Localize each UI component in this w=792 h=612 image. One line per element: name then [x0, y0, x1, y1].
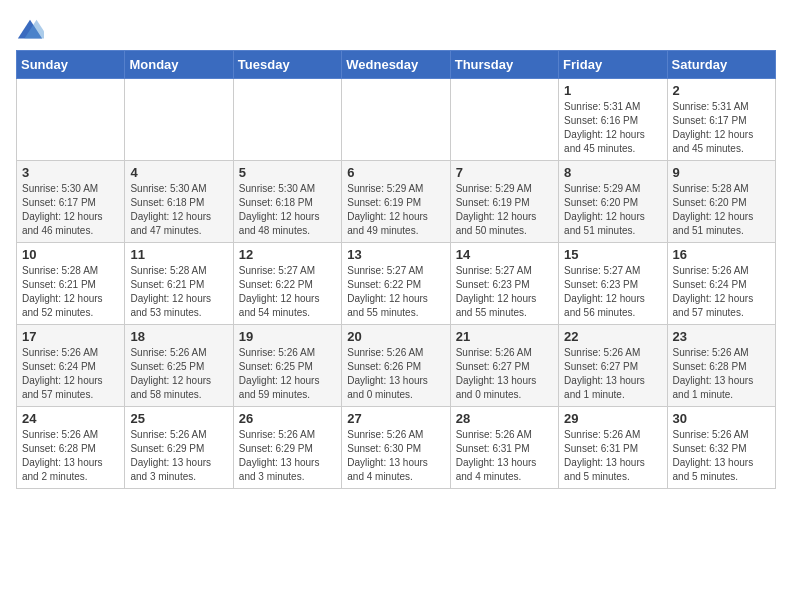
day-info: Sunrise: 5:26 AM Sunset: 6:31 PM Dayligh… [564, 428, 661, 484]
day-number: 28 [456, 411, 553, 426]
calendar-week-row: 3Sunrise: 5:30 AM Sunset: 6:17 PM Daylig… [17, 161, 776, 243]
calendar-cell: 16Sunrise: 5:26 AM Sunset: 6:24 PM Dayli… [667, 243, 775, 325]
day-number: 8 [564, 165, 661, 180]
day-info: Sunrise: 5:26 AM Sunset: 6:24 PM Dayligh… [22, 346, 119, 402]
day-info: Sunrise: 5:26 AM Sunset: 6:24 PM Dayligh… [673, 264, 770, 320]
calendar-cell [125, 79, 233, 161]
day-number: 27 [347, 411, 444, 426]
calendar-cell: 24Sunrise: 5:26 AM Sunset: 6:28 PM Dayli… [17, 407, 125, 489]
day-number: 24 [22, 411, 119, 426]
day-info: Sunrise: 5:27 AM Sunset: 6:23 PM Dayligh… [456, 264, 553, 320]
day-number: 6 [347, 165, 444, 180]
logo [16, 16, 48, 44]
day-number: 2 [673, 83, 770, 98]
day-number: 19 [239, 329, 336, 344]
weekday-header-wednesday: Wednesday [342, 51, 450, 79]
header [16, 16, 776, 44]
day-info: Sunrise: 5:28 AM Sunset: 6:21 PM Dayligh… [130, 264, 227, 320]
day-info: Sunrise: 5:29 AM Sunset: 6:19 PM Dayligh… [347, 182, 444, 238]
calendar-cell: 27Sunrise: 5:26 AM Sunset: 6:30 PM Dayli… [342, 407, 450, 489]
calendar-cell: 19Sunrise: 5:26 AM Sunset: 6:25 PM Dayli… [233, 325, 341, 407]
day-number: 17 [22, 329, 119, 344]
day-number: 25 [130, 411, 227, 426]
calendar-cell: 20Sunrise: 5:26 AM Sunset: 6:26 PM Dayli… [342, 325, 450, 407]
day-number: 10 [22, 247, 119, 262]
day-info: Sunrise: 5:26 AM Sunset: 6:29 PM Dayligh… [239, 428, 336, 484]
calendar-cell: 10Sunrise: 5:28 AM Sunset: 6:21 PM Dayli… [17, 243, 125, 325]
weekday-header-saturday: Saturday [667, 51, 775, 79]
calendar-cell: 14Sunrise: 5:27 AM Sunset: 6:23 PM Dayli… [450, 243, 558, 325]
calendar-week-row: 10Sunrise: 5:28 AM Sunset: 6:21 PM Dayli… [17, 243, 776, 325]
day-info: Sunrise: 5:30 AM Sunset: 6:18 PM Dayligh… [130, 182, 227, 238]
day-number: 15 [564, 247, 661, 262]
day-number: 23 [673, 329, 770, 344]
calendar-cell: 11Sunrise: 5:28 AM Sunset: 6:21 PM Dayli… [125, 243, 233, 325]
day-info: Sunrise: 5:26 AM Sunset: 6:26 PM Dayligh… [347, 346, 444, 402]
day-info: Sunrise: 5:27 AM Sunset: 6:22 PM Dayligh… [347, 264, 444, 320]
day-number: 3 [22, 165, 119, 180]
day-info: Sunrise: 5:26 AM Sunset: 6:30 PM Dayligh… [347, 428, 444, 484]
calendar-cell: 17Sunrise: 5:26 AM Sunset: 6:24 PM Dayli… [17, 325, 125, 407]
day-info: Sunrise: 5:26 AM Sunset: 6:31 PM Dayligh… [456, 428, 553, 484]
day-number: 14 [456, 247, 553, 262]
day-number: 11 [130, 247, 227, 262]
calendar-cell: 9Sunrise: 5:28 AM Sunset: 6:20 PM Daylig… [667, 161, 775, 243]
calendar-cell: 30Sunrise: 5:26 AM Sunset: 6:32 PM Dayli… [667, 407, 775, 489]
calendar-header: SundayMondayTuesdayWednesdayThursdayFrid… [17, 51, 776, 79]
day-info: Sunrise: 5:29 AM Sunset: 6:20 PM Dayligh… [564, 182, 661, 238]
day-number: 13 [347, 247, 444, 262]
calendar-cell: 28Sunrise: 5:26 AM Sunset: 6:31 PM Dayli… [450, 407, 558, 489]
calendar-cell: 26Sunrise: 5:26 AM Sunset: 6:29 PM Dayli… [233, 407, 341, 489]
day-info: Sunrise: 5:30 AM Sunset: 6:17 PM Dayligh… [22, 182, 119, 238]
day-number: 26 [239, 411, 336, 426]
day-number: 21 [456, 329, 553, 344]
calendar-cell: 25Sunrise: 5:26 AM Sunset: 6:29 PM Dayli… [125, 407, 233, 489]
day-info: Sunrise: 5:31 AM Sunset: 6:16 PM Dayligh… [564, 100, 661, 156]
day-info: Sunrise: 5:27 AM Sunset: 6:23 PM Dayligh… [564, 264, 661, 320]
weekday-header-row: SundayMondayTuesdayWednesdayThursdayFrid… [17, 51, 776, 79]
calendar-cell [342, 79, 450, 161]
day-info: Sunrise: 5:26 AM Sunset: 6:29 PM Dayligh… [130, 428, 227, 484]
day-info: Sunrise: 5:26 AM Sunset: 6:32 PM Dayligh… [673, 428, 770, 484]
day-info: Sunrise: 5:28 AM Sunset: 6:20 PM Dayligh… [673, 182, 770, 238]
calendar-cell: 6Sunrise: 5:29 AM Sunset: 6:19 PM Daylig… [342, 161, 450, 243]
weekday-header-sunday: Sunday [17, 51, 125, 79]
day-number: 9 [673, 165, 770, 180]
calendar-table: SundayMondayTuesdayWednesdayThursdayFrid… [16, 50, 776, 489]
calendar-week-row: 1Sunrise: 5:31 AM Sunset: 6:16 PM Daylig… [17, 79, 776, 161]
calendar-week-row: 17Sunrise: 5:26 AM Sunset: 6:24 PM Dayli… [17, 325, 776, 407]
day-number: 30 [673, 411, 770, 426]
calendar-cell: 18Sunrise: 5:26 AM Sunset: 6:25 PM Dayli… [125, 325, 233, 407]
calendar-cell: 2Sunrise: 5:31 AM Sunset: 6:17 PM Daylig… [667, 79, 775, 161]
day-number: 29 [564, 411, 661, 426]
day-number: 18 [130, 329, 227, 344]
day-info: Sunrise: 5:29 AM Sunset: 6:19 PM Dayligh… [456, 182, 553, 238]
weekday-header-monday: Monday [125, 51, 233, 79]
calendar-cell: 22Sunrise: 5:26 AM Sunset: 6:27 PM Dayli… [559, 325, 667, 407]
day-number: 4 [130, 165, 227, 180]
calendar-cell: 15Sunrise: 5:27 AM Sunset: 6:23 PM Dayli… [559, 243, 667, 325]
calendar-cell [450, 79, 558, 161]
day-info: Sunrise: 5:26 AM Sunset: 6:27 PM Dayligh… [456, 346, 553, 402]
day-number: 12 [239, 247, 336, 262]
calendar-cell [233, 79, 341, 161]
calendar-cell: 21Sunrise: 5:26 AM Sunset: 6:27 PM Dayli… [450, 325, 558, 407]
calendar-cell [17, 79, 125, 161]
calendar-cell: 5Sunrise: 5:30 AM Sunset: 6:18 PM Daylig… [233, 161, 341, 243]
calendar-cell: 7Sunrise: 5:29 AM Sunset: 6:19 PM Daylig… [450, 161, 558, 243]
calendar-week-row: 24Sunrise: 5:26 AM Sunset: 6:28 PM Dayli… [17, 407, 776, 489]
weekday-header-tuesday: Tuesday [233, 51, 341, 79]
day-number: 22 [564, 329, 661, 344]
calendar-cell: 29Sunrise: 5:26 AM Sunset: 6:31 PM Dayli… [559, 407, 667, 489]
calendar-cell: 4Sunrise: 5:30 AM Sunset: 6:18 PM Daylig… [125, 161, 233, 243]
calendar-cell: 12Sunrise: 5:27 AM Sunset: 6:22 PM Dayli… [233, 243, 341, 325]
calendar-cell: 3Sunrise: 5:30 AM Sunset: 6:17 PM Daylig… [17, 161, 125, 243]
day-info: Sunrise: 5:26 AM Sunset: 6:28 PM Dayligh… [673, 346, 770, 402]
day-number: 1 [564, 83, 661, 98]
weekday-header-friday: Friday [559, 51, 667, 79]
day-number: 20 [347, 329, 444, 344]
weekday-header-thursday: Thursday [450, 51, 558, 79]
day-number: 16 [673, 247, 770, 262]
day-info: Sunrise: 5:28 AM Sunset: 6:21 PM Dayligh… [22, 264, 119, 320]
calendar-cell: 13Sunrise: 5:27 AM Sunset: 6:22 PM Dayli… [342, 243, 450, 325]
